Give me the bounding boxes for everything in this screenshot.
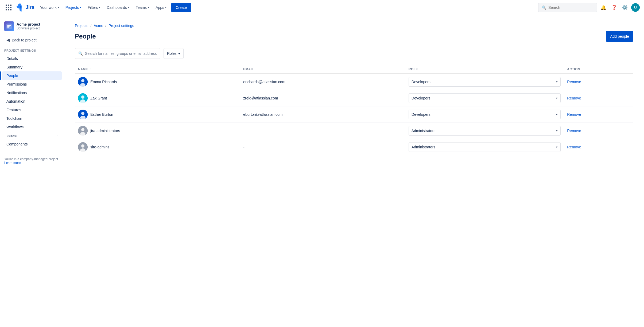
name-cell: Esther Burton xyxy=(75,106,240,123)
role-label: Administrators xyxy=(412,145,435,149)
chevron-down-icon: ▾ xyxy=(556,113,558,116)
nav-filters[interactable]: Filters ▾ xyxy=(85,2,103,13)
search-bar[interactable]: 🔍 xyxy=(538,3,597,12)
page-header: People Add people xyxy=(75,31,633,42)
chevron-right-icon: › xyxy=(56,134,57,137)
project-info: Acme project Software project xyxy=(17,22,40,30)
remove-button[interactable]: Remove xyxy=(567,80,581,84)
sidebar-item-summary[interactable]: Summary xyxy=(2,63,62,71)
person-name: Emma Richards xyxy=(90,80,117,84)
topnav-right: 🔍 🔔 ❓ ⚙️ U xyxy=(538,3,640,12)
project-type: Software project xyxy=(17,26,40,30)
breadcrumb-project-settings[interactable]: Project settings xyxy=(108,24,134,28)
search-input[interactable] xyxy=(548,5,593,10)
name-cell: Emma Richards xyxy=(75,74,240,90)
project-icon xyxy=(4,21,14,31)
search-icon: 🔍 xyxy=(542,5,546,10)
sidebar-item-label: Notifications xyxy=(6,91,27,95)
role-label: Developers xyxy=(412,80,430,84)
remove-button[interactable]: Remove xyxy=(567,145,581,149)
sidebar-item-workflows[interactable]: Workflows xyxy=(2,123,62,131)
help-button[interactable]: ❓ xyxy=(610,3,618,12)
avatar xyxy=(78,126,88,136)
role-cell: Administrators ▾ xyxy=(405,139,564,155)
email-cell: zreid@atlassian.com xyxy=(240,90,405,106)
people-table: Name ↑ Email Role Action Emma Richards e… xyxy=(75,65,633,155)
chevron-down-icon: ▾ xyxy=(556,145,558,149)
nav-apps[interactable]: Apps ▾ xyxy=(153,2,169,13)
chevron-down-icon: ▾ xyxy=(148,6,149,9)
sidebar-item-label: Features xyxy=(6,108,21,112)
nav-projects[interactable]: Projects ▾ xyxy=(63,2,84,13)
role-dropdown[interactable]: Administrators ▾ xyxy=(409,126,561,136)
sidebar-item-label: Components xyxy=(6,142,28,146)
col-name[interactable]: Name ↑ xyxy=(75,65,240,74)
learn-more-link[interactable]: Learn more xyxy=(4,161,21,165)
chevron-down-icon: ▾ xyxy=(128,6,129,9)
sidebar-item-label: Workflows xyxy=(6,125,24,129)
table-row: Zak Grant zreid@atlassian.com Developers… xyxy=(75,90,633,106)
role-cell: Developers ▾ xyxy=(405,74,564,90)
breadcrumb-projects[interactable]: Projects xyxy=(75,24,88,28)
jira-logo[interactable]: Jira xyxy=(16,3,34,11)
sidebar-item-details[interactable]: Details xyxy=(2,54,62,63)
nav-dashboards[interactable]: Dashboards ▾ xyxy=(104,2,132,13)
sidebar-item-features[interactable]: Features xyxy=(2,106,62,114)
remove-button[interactable]: Remove xyxy=(567,96,581,100)
sidebar-item-toolchain[interactable]: Toolchain xyxy=(2,114,62,123)
page-title: People xyxy=(75,33,96,40)
settings-button[interactable]: ⚙️ xyxy=(620,3,629,12)
action-cell: Remove xyxy=(564,123,633,139)
sidebar-item-permissions[interactable]: Permissions xyxy=(2,80,62,89)
sidebar-item-issues[interactable]: Issues › xyxy=(2,131,62,140)
col-email: Email xyxy=(240,65,405,74)
topnav: Jira Your work ▾ Projects ▾ Filters ▾ Da… xyxy=(0,0,644,15)
grid-menu-button[interactable] xyxy=(4,3,13,12)
chevron-down-icon: ▾ xyxy=(556,97,558,100)
table-row: Emma Richards erichards@atlassian.com De… xyxy=(75,74,633,90)
main-content: Projects / Acme / Project settings Peopl… xyxy=(64,15,644,327)
avatar[interactable]: U xyxy=(631,3,640,12)
sort-icon: ↑ xyxy=(90,67,92,71)
grid-icon xyxy=(6,5,11,10)
sidebar-item-label: Permissions xyxy=(6,82,27,86)
role-dropdown[interactable]: Administrators ▾ xyxy=(409,142,561,152)
sidebar-item-label: Automation xyxy=(6,99,25,103)
table-row: site-admins - Administrators ▾ Remove xyxy=(75,139,633,155)
sidebar-item-people[interactable]: People xyxy=(2,71,62,80)
role-dropdown[interactable]: Developers ▾ xyxy=(409,110,561,119)
name-cell: site-admins xyxy=(75,139,240,155)
remove-button[interactable]: Remove xyxy=(567,112,581,117)
chevron-down-icon: ▾ xyxy=(99,6,100,9)
name-cell: jira-administrators xyxy=(75,123,240,139)
breadcrumb: Projects / Acme / Project settings xyxy=(75,24,633,28)
role-dropdown[interactable]: Developers ▾ xyxy=(409,93,561,103)
people-search-filter[interactable]: 🔍 xyxy=(75,48,160,59)
notifications-button[interactable]: 🔔 xyxy=(599,3,608,12)
back-icon: ◀ xyxy=(6,37,10,43)
project-name: Acme project xyxy=(17,22,40,26)
person-name: site-admins xyxy=(90,145,110,149)
person-name: Esther Burton xyxy=(90,112,113,117)
breadcrumb-acme[interactable]: Acme xyxy=(94,24,103,28)
svg-point-13 xyxy=(81,128,84,131)
svg-text:U: U xyxy=(634,5,637,10)
add-people-button[interactable]: Add people xyxy=(606,31,633,42)
sidebar-item-automation[interactable]: Automation xyxy=(2,97,62,106)
table-body: Emma Richards erichards@atlassian.com De… xyxy=(75,74,633,155)
sidebar-item-components[interactable]: Components xyxy=(2,140,62,148)
sidebar: Acme project Software project ◀ Back to … xyxy=(0,15,64,327)
table-header: Name ↑ Email Role Action xyxy=(75,65,633,74)
people-search-input[interactable] xyxy=(85,51,157,56)
roles-dropdown[interactable]: Roles ▾ xyxy=(164,48,184,59)
remove-button[interactable]: Remove xyxy=(567,129,581,133)
col-role: Role xyxy=(405,65,564,74)
nav-your-work[interactable]: Your work ▾ xyxy=(37,2,62,13)
nav-teams[interactable]: Teams ▾ xyxy=(133,2,152,13)
sidebar-item-label: People xyxy=(6,74,18,78)
sidebar-item-notifications[interactable]: Notifications xyxy=(2,89,62,97)
create-button[interactable]: Create xyxy=(171,3,191,12)
role-dropdown[interactable]: Developers ▾ xyxy=(409,77,561,87)
back-to-project[interactable]: ◀ Back to project xyxy=(2,35,62,45)
action-cell: Remove xyxy=(564,74,633,90)
